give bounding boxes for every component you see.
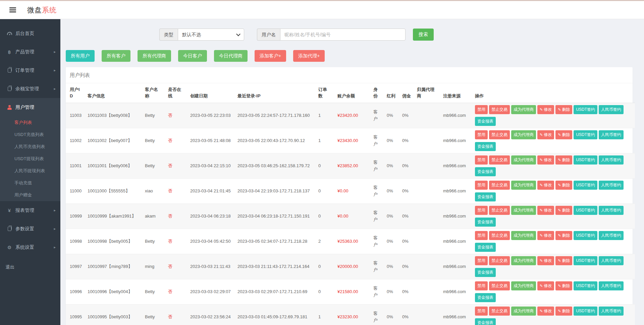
row-action-修改[interactable]: ✎修改	[537, 256, 554, 265]
row-action-禁止交易[interactable]: 禁止交易	[489, 130, 510, 139]
toolbar-button-所有客户[interactable]: 所有客户	[102, 50, 130, 62]
row-action-成为代理商[interactable]: 成为代理商	[511, 155, 536, 165]
row-action-人民币签约[interactable]: 人民币签约	[599, 181, 624, 190]
row-action-修改[interactable]: ✎修改	[537, 181, 554, 190]
row-action-修改[interactable]: ✎修改	[537, 155, 554, 165]
row-action-人民币签约[interactable]: 人民币签约	[599, 231, 624, 240]
row-action-删除[interactable]: ✎删除	[555, 281, 572, 290]
row-action-删除[interactable]: ✎删除	[555, 130, 572, 139]
sidebar-item-5[interactable]: ¥报表管理▸	[0, 201, 60, 220]
row-action-删除[interactable]: ✎删除	[555, 155, 572, 165]
sidebar-subitem-USDT充值列表[interactable]: USDT充值列表	[0, 129, 60, 141]
row-action-成为代理商[interactable]: 成为代理商	[511, 105, 536, 114]
sidebar-item-3[interactable]: 余额宝管理▸	[0, 80, 60, 98]
row-action-成为代理商[interactable]: 成为代理商	[511, 206, 536, 215]
pencil-icon: ✎	[540, 208, 543, 213]
toolbar-button-所有代理商[interactable]: 所有代理商	[138, 50, 171, 62]
row-action-USDT签约[interactable]: USDT签约	[574, 307, 597, 316]
row-action-删除[interactable]: ✎删除	[555, 206, 572, 215]
toolbar-button-添加客户+[interactable]: 添加客户+	[255, 50, 286, 62]
row-action-删除[interactable]: ✎删除	[555, 256, 572, 265]
row-action-人民币签约[interactable]: 人民币签约	[599, 256, 624, 265]
sidebar-item-logout[interactable]: 退出	[0, 259, 60, 275]
row-action-禁止交易[interactable]: 禁止交易	[489, 206, 510, 215]
search-button[interactable]: 搜索	[413, 29, 434, 41]
row-action-人民币签约[interactable]: 人民币签约	[599, 105, 624, 114]
row-action-人民币签约[interactable]: 人民币签约	[599, 281, 624, 290]
row-action-删除[interactable]: ✎删除	[555, 181, 572, 190]
sidebar-subitem-手动充值[interactable]: 手动充值	[0, 177, 60, 189]
sidebar-subitem-人民币充值列表[interactable]: 人民币充值列表	[0, 141, 60, 153]
row-action-资金报表[interactable]: 资金报表	[475, 318, 496, 325]
toolbar-button-今日客户[interactable]: 今日客户	[178, 50, 207, 62]
row-action-人民币签约[interactable]: 人民币签约	[599, 155, 624, 165]
row-action-禁用[interactable]: 禁用	[475, 307, 488, 316]
toolbar-button-今日代理商[interactable]: 今日代理商	[214, 50, 248, 62]
row-action-修改[interactable]: ✎修改	[537, 231, 554, 240]
row-action-禁止交易[interactable]: 禁止交易	[489, 307, 510, 316]
row-action-人民币签约[interactable]: 人民币签约	[599, 307, 624, 316]
row-action-修改[interactable]: ✎修改	[537, 307, 554, 316]
row-action-USDT签约[interactable]: USDT签约	[574, 155, 597, 165]
row-action-USDT签约[interactable]: USDT签约	[574, 105, 597, 114]
sidebar-item-4[interactable]: 用户管理	[0, 98, 60, 117]
row-action-禁用[interactable]: 禁用	[475, 181, 488, 190]
sidebar-item-1[interactable]: ฿产品管理▸	[0, 43, 60, 61]
sidebar-item-7[interactable]: ⚙系统设置▸	[0, 238, 60, 257]
row-action-禁用[interactable]: 禁用	[475, 206, 488, 215]
sidebar-item-0[interactable]: 后台首页	[0, 24, 60, 43]
row-action-USDT签约[interactable]: USDT签约	[574, 231, 597, 240]
sidebar-item-6[interactable]: 参数设置▸	[0, 220, 60, 238]
row-action-USDT签约[interactable]: USDT签约	[574, 181, 597, 190]
row-action-禁用[interactable]: 禁用	[475, 130, 488, 139]
toolbar-button-所有用户[interactable]: 所有用户	[66, 50, 95, 62]
row-action-修改[interactable]: ✎修改	[537, 281, 554, 290]
row-action-修改[interactable]: ✎修改	[537, 130, 554, 139]
row-action-USDT签约[interactable]: USDT签约	[574, 206, 597, 215]
row-action-禁用[interactable]: 禁用	[475, 155, 488, 165]
row-action-删除[interactable]: ✎删除	[555, 105, 572, 114]
row-action-资金报表[interactable]: 资金报表	[475, 243, 496, 252]
row-action-成为代理商[interactable]: 成为代理商	[511, 181, 536, 190]
row-action-USDT签约[interactable]: USDT签约	[574, 130, 597, 139]
row-action-资金报表[interactable]: 资金报表	[475, 192, 496, 201]
row-action-USDT签约[interactable]: USDT签约	[574, 256, 597, 265]
hamburger-menu-icon[interactable]	[9, 6, 16, 14]
row-action-人民币签约[interactable]: 人民币签约	[599, 206, 624, 215]
row-action-资金报表[interactable]: 资金报表	[475, 293, 496, 302]
row-action-修改[interactable]: ✎修改	[537, 105, 554, 114]
row-action-禁用[interactable]: 禁用	[475, 281, 488, 290]
row-action-删除[interactable]: ✎删除	[555, 231, 572, 240]
toolbar-button-添加代理+[interactable]: 添加代理+	[293, 50, 325, 62]
sidebar-subitem-客户列表[interactable]: 客户列表	[0, 117, 60, 129]
row-action-资金报表[interactable]: 资金报表	[475, 142, 496, 151]
row-action-禁止交易[interactable]: 禁止交易	[489, 231, 510, 240]
row-action-删除[interactable]: ✎删除	[555, 307, 572, 316]
row-action-成为代理商[interactable]: 成为代理商	[511, 256, 536, 265]
row-action-禁止交易[interactable]: 禁止交易	[489, 281, 510, 290]
row-action-禁用[interactable]: 禁用	[475, 105, 488, 114]
row-action-成为代理商[interactable]: 成为代理商	[511, 307, 536, 316]
row-action-成为代理商[interactable]: 成为代理商	[511, 130, 536, 139]
row-action-USDT签约[interactable]: USDT签约	[574, 281, 597, 290]
sidebar-item-2[interactable]: 订单管理▸	[0, 61, 60, 80]
row-action-禁止交易[interactable]: 禁止交易	[489, 155, 510, 165]
row-action-成为代理商[interactable]: 成为代理商	[511, 231, 536, 240]
row-action-禁止交易[interactable]: 禁止交易	[489, 105, 510, 114]
row-action-修改[interactable]: ✎修改	[537, 206, 554, 215]
row-action-资金报表[interactable]: 资金报表	[475, 218, 496, 227]
row-action-资金报表[interactable]: 资金报表	[475, 117, 496, 126]
row-action-禁用[interactable]: 禁用	[475, 256, 488, 265]
sidebar-subitem-人民币提现列表[interactable]: 人民币提现列表	[0, 165, 60, 177]
row-action-禁止交易[interactable]: 禁止交易	[489, 256, 510, 265]
row-action-禁用[interactable]: 禁用	[475, 231, 488, 240]
type-select[interactable]: 默认不选	[178, 29, 244, 41]
row-action-资金报表[interactable]: 资金报表	[475, 167, 496, 176]
sidebar-subitem-USDT提现列表[interactable]: USDT提现列表	[0, 153, 60, 165]
sidebar-subitem-用户赠金[interactable]: 用户赠金	[0, 189, 60, 201]
username-input[interactable]	[280, 29, 406, 41]
row-action-成为代理商[interactable]: 成为代理商	[511, 281, 536, 290]
row-action-资金报表[interactable]: 资金报表	[475, 268, 496, 277]
row-action-人民币签约[interactable]: 人民币签约	[599, 130, 624, 139]
row-action-禁止交易[interactable]: 禁止交易	[489, 181, 510, 190]
